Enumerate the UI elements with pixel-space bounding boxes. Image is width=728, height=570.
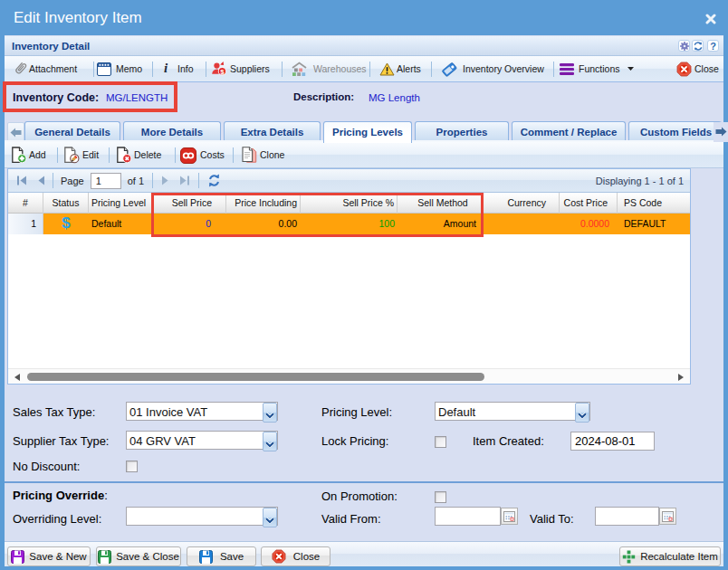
- svg-text:$: $: [220, 68, 225, 76]
